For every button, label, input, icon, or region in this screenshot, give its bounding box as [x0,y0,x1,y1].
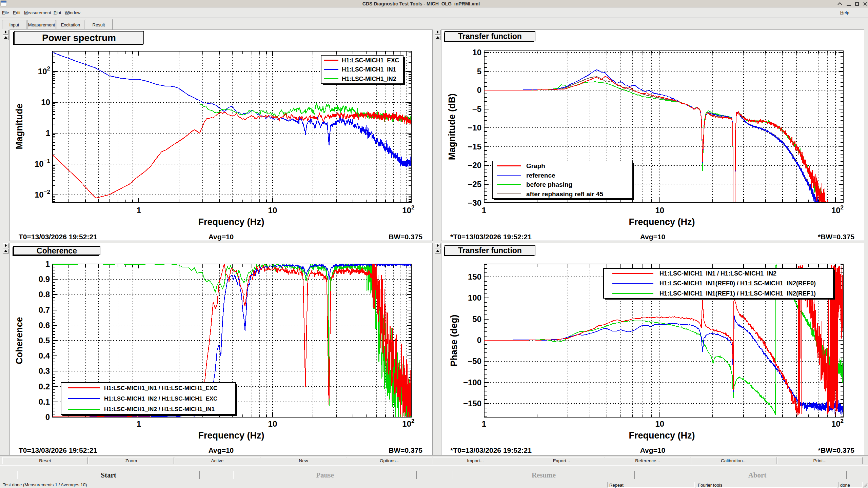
svg-text:102: 102 [402,204,414,215]
svg-text:−25: −25 [468,180,481,189]
svg-text:T0=13/03/2026 19:52:21: T0=13/03/2026 19:52:21 [19,233,97,241]
svg-text:0: 0 [477,85,481,95]
svg-text:0.5: 0.5 [39,336,50,345]
svg-text:H1:LSC-MICH1_IN1: H1:LSC-MICH1_IN1 [342,66,396,73]
svg-text:BW=0.375: BW=0.375 [389,233,422,241]
svg-text:1: 1 [137,419,141,428]
svg-text:0.2: 0.2 [39,382,50,391]
svg-text:*BW=0.375: *BW=0.375 [818,446,854,454]
svg-text:Magnitude: Magnitude [14,104,24,149]
svg-text:after rephasing refl air 45: after rephasing refl air 45 [526,190,603,198]
svg-text:before phasing: before phasing [526,181,572,188]
svg-text:10: 10 [655,419,664,428]
svg-text:10: 10 [268,419,277,428]
svg-text:0: 0 [45,412,50,422]
svg-text:BW=0.375: BW=0.375 [389,446,422,454]
svg-text:10: 10 [41,98,50,107]
svg-text:H1:LSC-MICH1_IN2 / H1:LSC-MICH: H1:LSC-MICH1_IN2 / H1:LSC-MICH1_EXC [104,395,217,402]
svg-text:0.9: 0.9 [39,274,50,284]
svg-text:102: 102 [831,204,844,215]
svg-text:1: 1 [45,259,50,268]
svg-text:H1:LSC-MICH1_IN1 / H1:LSC-MICH: H1:LSC-MICH1_IN1 / H1:LSC-MICH1_IN2 [659,270,776,277]
svg-text:*T0=13/03/2026 19:52:21: *T0=13/03/2026 19:52:21 [450,446,532,454]
svg-text:Magnitude (dB): Magnitude (dB) [447,94,457,160]
svg-text:H1:LSC-MICH1_IN2 / H1:LSC-MICH: H1:LSC-MICH1_IN2 / H1:LSC-MICH1_IN1 [104,406,215,412]
svg-text:0.4: 0.4 [39,351,50,360]
svg-text:reference: reference [526,172,555,179]
svg-text:10−2: 10−2 [35,189,50,199]
svg-text:H1:LSC-MICH1_IN2: H1:LSC-MICH1_IN2 [342,76,396,82]
svg-text:−150: −150 [463,399,481,408]
svg-text:−5: −5 [472,104,481,114]
svg-text:−50: −50 [468,357,481,366]
svg-text:Avg=10: Avg=10 [209,446,234,454]
svg-text:0.3: 0.3 [39,366,50,375]
svg-text:−15: −15 [468,142,481,151]
svg-text:102: 102 [831,418,844,428]
svg-text:Frequency (Hz): Frequency (Hz) [198,430,264,441]
svg-text:5: 5 [477,67,481,76]
svg-text:Avg=10: Avg=10 [209,233,234,241]
svg-text:Frequency (Hz): Frequency (Hz) [198,217,264,227]
svg-text:102: 102 [38,65,50,76]
svg-text:−10: −10 [468,123,481,132]
svg-text:Coherence: Coherence [14,317,24,364]
svg-text:Avg=10: Avg=10 [640,233,666,241]
svg-text:Phase (deg): Phase (deg) [449,314,459,366]
svg-text:H1:LSC-MICH1_EXC: H1:LSC-MICH1_EXC [342,57,399,64]
svg-text:150: 150 [468,272,481,281]
svg-text:Graph: Graph [526,162,545,169]
svg-text:0.7: 0.7 [39,305,50,314]
svg-text:0.6: 0.6 [39,321,50,330]
svg-text:Frequency (Hz): Frequency (Hz) [629,217,695,227]
svg-text:Coherence: Coherence [37,246,77,255]
svg-text:H1:LSC-MICH1_IN1 / H1:LSC-MICH: H1:LSC-MICH1_IN1 / H1:LSC-MICH1_EXC [104,385,217,391]
svg-text:−30: −30 [468,198,481,207]
svg-text:−20: −20 [468,161,481,170]
svg-text:10−1: 10−1 [35,158,50,168]
svg-text:1: 1 [137,206,141,215]
svg-text:*BW=0.375: *BW=0.375 [818,233,854,241]
svg-text:50: 50 [472,314,481,324]
svg-text:0.8: 0.8 [39,290,50,299]
svg-text:1: 1 [482,419,486,428]
svg-text:100: 100 [468,293,481,302]
svg-text:10: 10 [268,206,277,215]
svg-text:*T0=13/03/2026 19:52:21: *T0=13/03/2026 19:52:21 [450,233,532,241]
svg-text:T0=13/03/2026 19:52:21: T0=13/03/2026 19:52:21 [19,446,97,454]
svg-text:1: 1 [482,206,486,215]
svg-text:1: 1 [46,128,50,138]
svg-text:Frequency (Hz): Frequency (Hz) [629,430,695,441]
svg-text:Transfer function: Transfer function [458,246,522,255]
svg-text:Avg=10: Avg=10 [640,446,666,454]
svg-text:10: 10 [472,48,481,57]
svg-text:H1:LSC-MICH1_IN1(REF1) / H1:LS: H1:LSC-MICH1_IN1(REF1) / H1:LSC-MICH1_IN… [659,290,816,297]
svg-text:0: 0 [477,336,481,345]
svg-text:Power spectrum: Power spectrum [42,33,116,43]
svg-text:H1:LSC-MICH1_IN1(REF0) / H1:LS: H1:LSC-MICH1_IN1(REF0) / H1:LSC-MICH1_IN… [659,280,816,287]
svg-text:−100: −100 [463,378,481,387]
svg-text:Transfer function: Transfer function [458,32,522,41]
svg-text:0.1: 0.1 [39,397,50,406]
svg-text:10: 10 [655,206,664,215]
svg-text:102: 102 [402,418,414,428]
